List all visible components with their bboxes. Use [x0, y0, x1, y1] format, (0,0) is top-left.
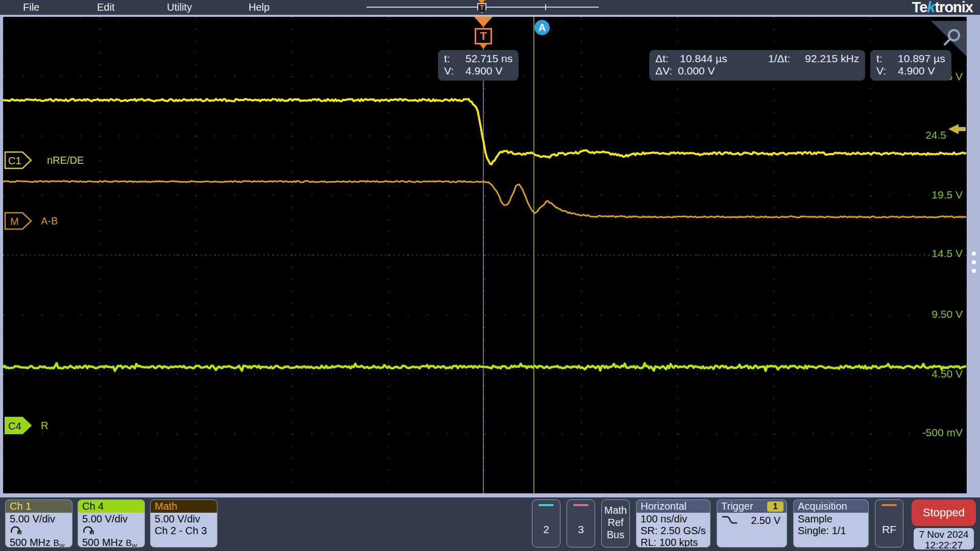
falling-edge-icon — [721, 515, 739, 525]
trace-ch4-r — [3, 363, 966, 371]
ch4-scale: 5.00 V/div — [82, 513, 140, 525]
menu-utility[interactable]: Utility — [167, 2, 192, 13]
inv-delta-t-value: 92.215 kHz — [805, 53, 859, 65]
record-minimap-window-tick — [545, 4, 546, 10]
trace-math-a-b — [3, 181, 966, 218]
cursor-a-v-value: 4.900 V — [465, 65, 502, 77]
delta-v-label: ΔV: — [655, 65, 678, 77]
delta-t-label: Δt: — [655, 53, 680, 65]
datetime-display: 7 Nov 2024 12:22:27 — [914, 528, 974, 549]
scale-label-4v: 4.50 V — [932, 368, 963, 380]
ch1-bandwidth: 500 MHz — [10, 537, 51, 547]
ch3-color-icon — [573, 504, 589, 506]
ch1-flag-label: C1 — [8, 155, 21, 166]
probe-ground-icon — [82, 525, 94, 534]
menu-help[interactable]: Help — [249, 2, 270, 13]
trigger-source-badge: 1 — [767, 502, 783, 512]
ch1-scale: 5.00 V/div — [10, 513, 68, 525]
trigger-triangle-icon — [474, 17, 493, 27]
time-value: 12:22:27 — [914, 540, 974, 550]
delta-t-value: 10.844 µs — [680, 53, 744, 65]
ch1-flag[interactable]: C1 — [4, 151, 33, 169]
trace-ch1-nre/de — [3, 99, 966, 164]
math-ref-bus-button[interactable]: Math Ref Bus — [601, 499, 630, 547]
menu-bar: File Edit Utility Help T Tektronix — [0, 0, 980, 15]
math-source: Ch 2 - Ch 3 — [155, 525, 213, 537]
ch2-button[interactable]: 2 — [532, 499, 560, 547]
menu-edit[interactable]: Edit — [97, 2, 114, 13]
math-badge[interactable]: Math 5.00 V/div Ch 2 - Ch 3 — [150, 499, 217, 547]
minimap-trigger-triangle-icon — [478, 0, 485, 4]
delta-v-value: 0.000 V — [678, 65, 715, 77]
rf-button[interactable]: RF — [875, 499, 903, 547]
math-ref-bus-line1: Math — [604, 504, 627, 516]
probe-ground-icon — [10, 525, 22, 534]
ch4-waveform-label: R — [41, 420, 48, 432]
cursor-delta-readout[interactable]: Δt:10.844 µs1/Δt:92.215 kHz ΔV:0.000 V — [649, 50, 865, 81]
horizontal-sample-rate: SR: 2.50 GS/s — [641, 525, 706, 537]
trigger-t-icon: T — [475, 28, 492, 44]
trigger-badge[interactable]: Trigger 1 2.50 V — [717, 499, 787, 547]
horizontal-badge[interactable]: Horizontal 100 ns/div SR: 2.50 GS/s RL: … — [636, 499, 710, 547]
minimap-trigger-t-icon: T — [477, 3, 486, 13]
scale-label-neg500mv: -500 mV — [922, 427, 963, 439]
waveform-plot — [3, 17, 967, 493]
waveform-view[interactable]: T A B t:52.715 ns V:4.900 V Δt:10.844 µs… — [3, 17, 967, 493]
cursor-a-t-value: 52.715 ns — [465, 53, 512, 65]
drawer-handle-icon[interactable] — [972, 252, 976, 256]
acquisition-badge-title: Acquisition — [794, 500, 868, 513]
rf-color-icon — [881, 504, 897, 506]
ch4-flag[interactable]: C4 — [4, 416, 33, 435]
math-scale: 5.00 V/div — [155, 513, 213, 525]
cursor-b-readout[interactable]: t:10.897 µs V:4.900 V — [870, 50, 951, 81]
ch1-waveform-label: nRE/DE — [47, 155, 84, 166]
trigger-badge-header: Trigger 1 — [717, 500, 787, 513]
minimap-trigger-marker[interactable]: T — [477, 0, 487, 14]
scale-label-19v: 19.5 V — [932, 189, 963, 201]
ch1-badge[interactable]: Ch 1 5.00 V/div 500 MHz BW — [5, 499, 72, 547]
settings-bar: Ch 1 5.00 V/div 500 MHz BW Ch 4 5.00 V/d… — [0, 497, 980, 551]
math-ref-bus-line3: Bus — [604, 529, 627, 541]
math-waveform-label: A-B — [41, 215, 58, 227]
inv-delta-t-label: 1/Δt: — [768, 53, 805, 65]
scale-label-14v: 14.5 V — [932, 247, 963, 260]
results-drawer-strip — [967, 17, 980, 493]
trigger-level-value: 2.50 V — [751, 515, 782, 527]
ch4-badge-title: Ch 4 — [78, 500, 144, 513]
cursor-b-t-label: t: — [876, 53, 898, 65]
ch3-button-label: 3 — [578, 523, 584, 536]
ch4-flag-label: C4 — [8, 420, 21, 432]
drawer-handle-icon[interactable] — [972, 260, 976, 264]
trigger-pointer-icon — [480, 44, 487, 49]
cursor-a-badge[interactable]: A — [534, 20, 550, 35]
math-flag[interactable]: M — [4, 212, 33, 230]
trigger-level-arrow-icon[interactable] — [947, 123, 967, 135]
horizontal-badge-title: Horizontal — [636, 500, 710, 513]
math-ref-bus-line2: Ref — [604, 516, 627, 529]
ch3-button[interactable]: 3 — [567, 499, 595, 547]
cursor-b-v-value: 4.900 V — [898, 65, 935, 77]
trigger-badge-title: Trigger — [721, 500, 753, 513]
cursor-a-t-label: t: — [444, 53, 465, 65]
ch4-badge[interactable]: Ch 4 5.00 V/div 500 MHz BW — [78, 499, 145, 547]
ch2-button-label: 2 — [543, 523, 549, 536]
cursor-b-t-value: 10.897 µs — [898, 53, 945, 65]
ch4-bandwidth: 500 MHz — [82, 537, 123, 547]
tektronix-logo: Tektronix — [912, 0, 973, 16]
ch2-color-icon — [538, 504, 554, 506]
date-value: 7 Nov 2024 — [914, 529, 974, 540]
rf-button-label: RF — [882, 523, 896, 536]
math-badge-title: Math — [151, 500, 217, 513]
ch1-badge-title: Ch 1 — [6, 500, 72, 513]
acquisition-single: Single: 1/1 — [798, 525, 864, 537]
math-flag-label: M — [10, 216, 19, 227]
acquisition-mode: Sample — [798, 513, 864, 525]
cursor-a-readout[interactable]: t:52.715 ns V:4.900 V — [438, 50, 519, 81]
scale-label-24v: 24.5 — [925, 129, 946, 141]
acquisition-badge[interactable]: Acquisition Sample Single: 1/1 — [793, 499, 869, 547]
horizontal-record-length: RL: 100 kpts — [641, 537, 706, 547]
run-stop-status-button[interactable]: Stopped — [912, 499, 976, 526]
drawer-handle-icon[interactable] — [972, 269, 976, 273]
cursor-a-v-label: V: — [444, 65, 465, 77]
menu-file[interactable]: File — [23, 2, 39, 13]
